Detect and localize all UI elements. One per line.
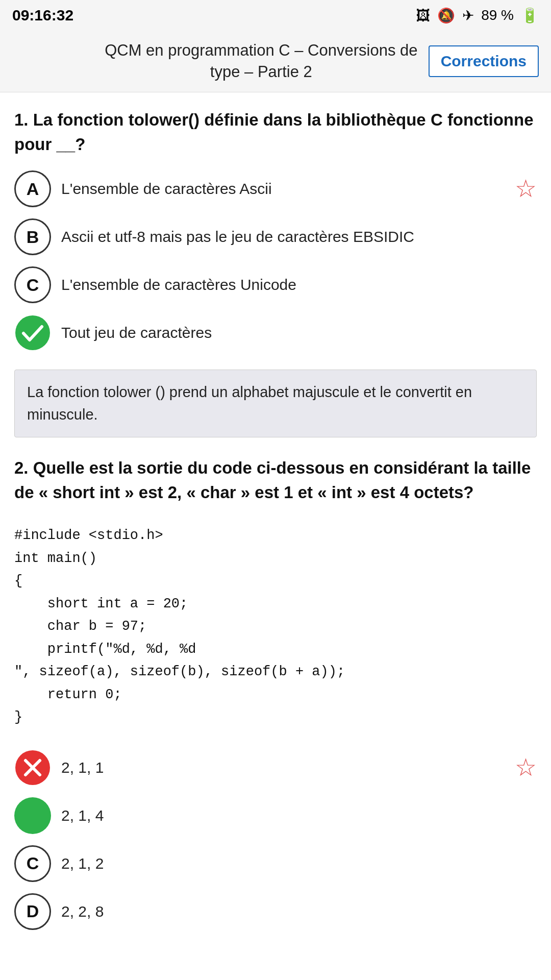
green-dot-q2b [14,797,51,834]
checkmark-icon-q1d [14,314,51,351]
option-d-text-q2: 2, 2, 8 [61,901,537,922]
star-icon-q2a[interactable]: ☆ [515,755,537,780]
content: 1. La fonction tolower() définie dans la… [0,92,551,964]
code-block-q2: #include <stdio.h> int main() { short in… [14,519,537,738]
svg-point-0 [15,315,50,350]
question-1-block: 1. La fonction tolower() définie dans la… [14,108,537,352]
question-1-option-d[interactable]: Tout jeu de caractères [14,314,537,351]
battery-text: 89 % [481,7,514,23]
airplane-icon: ✈ [462,7,474,24]
option-a-text-q2: 2, 1, 1 [61,757,505,778]
corrections-button[interactable]: Corrections [429,45,539,77]
option-d-text: Tout jeu de caractères [61,322,537,344]
option-c-text-q2: 2, 1, 2 [61,853,537,874]
option-c-circle-q2: C [14,845,51,882]
question-1-option-a[interactable]: A L'ensemble de caractères Ascii ☆ [14,170,537,207]
question-2-block: 2. Quelle est la sortie du code ci-desso… [14,456,537,930]
option-c-text: L'ensemble de caractères Unicode [61,274,537,296]
option-c-circle: C [14,266,51,303]
option-a-text: L'ensemble de caractères Ascii [61,178,505,200]
option-d-circle-q2: D [14,893,51,930]
wrong-icon-q2a [14,749,51,786]
gallery-icon: 🖼 [416,7,430,24]
option-b-text: Ascii et utf-8 mais pas le jeu de caract… [61,226,537,248]
header: QCM en programmation C – Conversions de … [0,31,551,92]
option-b-text-q2: 2, 1, 4 [61,805,537,826]
option-a-circle: A [14,170,51,207]
question-1-text: 1. La fonction tolower() définie dans la… [14,108,537,157]
status-bar: 09:16:32 🖼 🔕 ✈ 89 % 🔋 [0,0,551,31]
option-b-circle: B [14,218,51,255]
status-icons: 🖼 🔕 ✈ 89 % 🔋 [416,7,539,24]
question-2-option-d[interactable]: D 2, 2, 8 [14,893,537,930]
question-1-option-c[interactable]: C L'ensemble de caractères Unicode [14,266,537,303]
explanation-box-q1: La fonction tolower () prend un alphabet… [14,370,537,437]
question-1-option-b[interactable]: B Ascii et utf-8 mais pas le jeu de cara… [14,218,537,255]
battery-icon: 🔋 [521,7,539,24]
star-icon-q1a[interactable]: ☆ [515,177,537,201]
header-title: QCM en programmation C – Conversions de … [94,40,429,83]
question-2-option-b[interactable]: 2, 1, 4 [14,797,537,834]
mute-icon: 🔕 [437,7,455,24]
question-2-option-a[interactable]: 2, 1, 1 ☆ [14,749,537,786]
status-time: 09:16:32 [12,7,73,24]
question-2-option-c[interactable]: C 2, 1, 2 [14,845,537,882]
question-2-text: 2. Quelle est la sortie du code ci-desso… [14,456,537,505]
